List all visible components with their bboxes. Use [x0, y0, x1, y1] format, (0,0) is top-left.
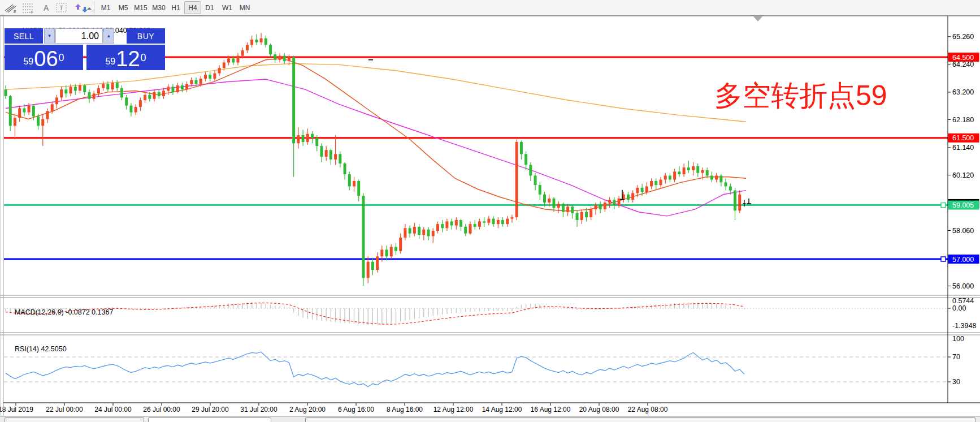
- ask-price-display[interactable]: 59120: [86, 45, 165, 70]
- panel-borders: [0, 16, 980, 403]
- svg-text:-1.3948: -1.3948: [952, 322, 976, 330]
- text-label-icon[interactable]: A: [40, 2, 54, 14]
- date-tick-label: 16 Aug 12:00: [531, 406, 571, 414]
- date-tick-label: 31 Jul 20:00: [240, 406, 277, 414]
- svg-text:70: 70: [952, 353, 960, 361]
- svg-text:65.260: 65.260: [952, 33, 974, 41]
- chart-text-annotation[interactable]: 多空转折点59: [714, 77, 887, 115]
- volume-decrease-button[interactable]: ▼: [44, 28, 55, 44]
- ask-prefix: 59: [105, 54, 115, 69]
- date-tick-label: 29 Jul 20:00: [192, 406, 229, 414]
- bid-big-digits: 06: [34, 49, 58, 69]
- date-tick-label: 12 Aug 12:00: [433, 406, 474, 414]
- bid-sup-digit: 0: [59, 45, 64, 71]
- hline-handle[interactable]: [941, 257, 946, 261]
- mt4-chart-window: 65.26064.24063.20062.18061.14060.12058.0…: [0, 0, 980, 422]
- chart-tab[interactable]: [305, 417, 975, 422]
- svg-text:61.500: 61.500: [952, 134, 974, 142]
- svg-text:61.140: 61.140: [952, 144, 974, 152]
- svg-text:59.005: 59.005: [952, 201, 974, 209]
- rsi-values: 42.5050: [41, 345, 66, 353]
- svg-text:30: 30: [952, 378, 960, 386]
- fibonacci-retracement-icon[interactable]: F: [21, 2, 36, 14]
- candlestick-series: [5, 33, 746, 286]
- toolbar-separator: [94, 1, 95, 14]
- date-tick-label: 24 Jul 00:00: [94, 406, 132, 414]
- date-tick-label: 8 Aug 16:00: [387, 406, 423, 414]
- tf-mn-button[interactable]: MN: [236, 1, 253, 14]
- macd-signal-line: [6, 303, 744, 325]
- rsi-label: RSI(14) 42.5050: [7, 337, 67, 361]
- date-tick-label: 6 Aug 16:00: [338, 406, 374, 414]
- chart-tab-bar: [0, 416, 980, 422]
- date-tick-label: 22 Aug 08:00: [628, 406, 668, 414]
- sell-button[interactable]: SELL: [5, 28, 43, 44]
- text-box-icon[interactable]: T: [54, 2, 69, 14]
- ask-sup-digit: 0: [141, 45, 146, 71]
- svg-text:58.060: 58.060: [952, 227, 974, 235]
- svg-text:E: E: [14, 10, 16, 14]
- bid-prefix: 59: [23, 54, 33, 69]
- ask-big-digits: 12: [116, 49, 140, 69]
- svg-text:60.120: 60.120: [952, 171, 974, 179]
- one-click-trading-panel: SELL ▼ ▲ BUY 59060 59120: [5, 28, 165, 70]
- svg-text:64.500: 64.500: [952, 54, 974, 62]
- chart-tab[interactable]: [5, 417, 144, 422]
- date-tick-label: 18 Jul 2019: [0, 406, 33, 414]
- date-tick-label: 14 Aug 12:00: [482, 406, 522, 414]
- tf-h4-button[interactable]: H4: [184, 1, 201, 14]
- svg-text:F: F: [31, 10, 33, 14]
- date-axis: 18 Jul 201922 Jul 00:0024 Jul 00:0026 Ju…: [0, 403, 668, 414]
- svg-text:A: A: [44, 3, 49, 12]
- tf-m5-button[interactable]: M5: [115, 1, 132, 14]
- rsi-indicator: [4, 352, 948, 387]
- tf-m1-button[interactable]: M1: [97, 1, 114, 14]
- svg-text:57.000: 57.000: [952, 256, 974, 264]
- volume-input[interactable]: [55, 28, 103, 44]
- date-tick-label: 2 Aug 20:00: [289, 406, 326, 414]
- tf-m30-button[interactable]: M30: [150, 1, 167, 14]
- date-tick-label: 22 Jul 00:00: [46, 406, 83, 414]
- tf-m15-button[interactable]: M15: [132, 1, 149, 14]
- chart-scroll-marker-icon[interactable]: [753, 16, 762, 21]
- svg-text:56.000: 56.000: [952, 282, 974, 290]
- tf-h1-button[interactable]: H1: [167, 1, 184, 14]
- black-tick-marks[interactable]: [368, 60, 751, 204]
- svg-text:62.180: 62.180: [952, 116, 974, 124]
- ma-fast-line: [6, 58, 746, 211]
- toolbar: E F A T M1 M5 M15 M30 H1 H4 D1 W1 MN: [0, 0, 980, 16]
- equidistant-channel-icon[interactable]: E: [3, 2, 18, 14]
- bid-price-display[interactable]: 59060: [5, 45, 83, 70]
- svg-text:0.5744: 0.5744: [952, 297, 974, 305]
- date-tick-label: 20 Aug 08:00: [579, 406, 619, 414]
- buy-button[interactable]: BUY: [127, 28, 165, 44]
- macd-indicator: [4, 303, 948, 325]
- macd-label: MACD(12,26,9) -0.0872 0.1367: [7, 300, 113, 324]
- tf-d1-button[interactable]: D1: [201, 1, 218, 14]
- arrow-objects-icon[interactable]: [73, 2, 88, 14]
- window-frame-line: [3, 16, 3, 422]
- ma-mid-line: [6, 79, 746, 216]
- ma-slow-line: [6, 63, 746, 122]
- svg-text:63.200: 63.200: [952, 88, 974, 96]
- macd-values: -0.0872 0.1367: [66, 308, 113, 316]
- hline-handle[interactable]: [941, 203, 946, 208]
- chart-tab-active[interactable]: [148, 417, 271, 422]
- tf-w1-button[interactable]: W1: [219, 1, 236, 14]
- svg-text:T: T: [59, 5, 63, 11]
- window-frame-line: [1, 16, 1, 422]
- svg-text:0.00: 0.00: [952, 304, 966, 312]
- svg-text:100: 100: [952, 335, 964, 343]
- volume-increase-button[interactable]: ▲: [103, 28, 114, 44]
- date-tick-label: 26 Jul 00:00: [143, 406, 180, 414]
